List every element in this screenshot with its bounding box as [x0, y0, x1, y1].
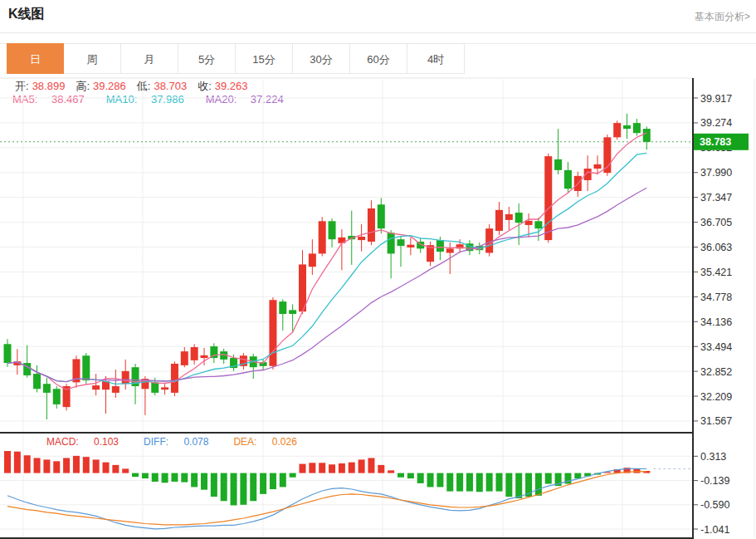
candle-body	[534, 221, 542, 228]
candle-body	[329, 221, 336, 239]
period-tabbar: 日周月5分15分30分60分4时	[7, 43, 465, 74]
candle-body	[378, 204, 385, 228]
macd-bar	[112, 465, 119, 473]
tab-period-5[interactable]: 15分	[236, 43, 293, 74]
macd-axis-label: -0.590	[700, 499, 729, 511]
kline-page: K线图 基本面分析> 日周月5分15分30分60分4时 开:38.899高:39…	[0, 0, 756, 539]
candle-body	[151, 382, 159, 393]
candle-body	[613, 123, 621, 137]
macd-bar	[201, 473, 207, 490]
candle-body	[161, 387, 168, 390]
candle-body	[191, 347, 198, 360]
macd-bar	[329, 464, 335, 473]
macd-bar	[152, 473, 159, 482]
price-axis-label: 33.494	[700, 341, 732, 353]
header-divider	[0, 32, 756, 33]
tab-period-4[interactable]: 5分	[178, 43, 236, 74]
price-axis-label: 32.852	[700, 366, 732, 378]
macd-bar	[417, 473, 424, 483]
tab-period-1[interactable]: 日	[7, 43, 64, 74]
macd-bar	[103, 463, 110, 473]
macd-bar	[73, 456, 80, 473]
candle-body	[564, 170, 572, 189]
macd-bar	[309, 463, 315, 473]
price-axis-label: 36.705	[700, 217, 732, 228]
macd-bar	[456, 473, 463, 492]
tab-period-3[interactable]: 月	[121, 43, 178, 74]
candle-body	[515, 213, 523, 223]
candle-body	[53, 389, 61, 404]
macd-bar	[398, 473, 404, 478]
price-axis-label: 34.778	[700, 292, 732, 303]
macd-bar	[93, 459, 100, 473]
candle-body	[407, 245, 414, 247]
price-axis-label: 32.209	[700, 391, 732, 403]
candle-body	[485, 228, 493, 252]
price-axis-label: 31.567	[700, 415, 732, 427]
tab-period-2[interactable]: 周	[64, 43, 121, 74]
macd-bar	[349, 463, 355, 473]
candle-body	[495, 210, 503, 231]
macd-bar	[181, 473, 188, 483]
macd-bar	[53, 461, 60, 473]
candle-body	[319, 221, 326, 253]
price-axis-label: 37.990	[700, 167, 732, 179]
candle-body	[446, 248, 454, 252]
candle-body	[398, 239, 405, 246]
macd-bar	[260, 473, 266, 494]
candle-body	[269, 300, 276, 366]
candle-body	[4, 344, 12, 363]
candle-body	[594, 164, 602, 169]
macd-bar	[407, 473, 414, 478]
candle-body	[643, 129, 651, 142]
macd-bar	[221, 473, 227, 502]
tab-period-7[interactable]: 60分	[350, 43, 407, 74]
macd-bar	[142, 473, 149, 478]
macd-bar	[515, 473, 522, 498]
macd-bar	[63, 458, 70, 473]
macd-bar	[122, 468, 129, 473]
candle-body	[82, 355, 90, 380]
macd-bar	[476, 473, 483, 492]
macd-bar	[171, 473, 178, 482]
candle-body	[633, 123, 641, 133]
macd-bar	[300, 464, 306, 473]
macd-bar	[43, 459, 50, 473]
price-axis-label: 34.136	[700, 316, 732, 328]
macd-bar	[280, 473, 286, 488]
macd-bar	[466, 473, 473, 492]
candle-body	[358, 237, 365, 240]
macd-bar	[319, 463, 325, 473]
candle-body	[368, 208, 375, 242]
candle-body	[201, 355, 208, 358]
macd-bar	[486, 473, 493, 492]
macd-bar	[388, 470, 394, 473]
fundamental-analysis-link[interactable]: 基本面分析>	[695, 10, 750, 24]
macd-bar	[535, 473, 542, 496]
macd-bar	[14, 452, 21, 473]
macd-bar	[4, 451, 11, 473]
macd-bar	[446, 473, 453, 492]
tab-period-8[interactable]: 4时	[407, 43, 465, 74]
kline-chart-canvas[interactable]: 39.91739.27438.63237.99037.34736.70536.0…	[0, 76, 756, 539]
macd-bar	[162, 473, 168, 483]
price-axis-label: 37.347	[700, 192, 732, 203]
macd-bar	[545, 473, 552, 484]
macd-bar	[231, 473, 237, 506]
candle-body	[388, 233, 395, 253]
macd-bar	[505, 473, 512, 497]
macd-bar	[368, 458, 374, 473]
macd-bar	[290, 473, 296, 478]
candle-body	[623, 125, 631, 129]
candle-body	[544, 156, 552, 240]
price-axis-label: 39.274	[700, 117, 732, 129]
candle-body	[525, 221, 533, 225]
price-axis-label: 36.063	[700, 242, 732, 253]
tab-period-6[interactable]: 30分	[293, 43, 350, 74]
macd-bar	[250, 473, 256, 502]
macd-bar	[24, 455, 31, 473]
macd-bar	[339, 463, 345, 473]
candle-body	[122, 371, 129, 384]
macd-bar	[240, 473, 246, 505]
macd-axis-label: -0.139	[700, 475, 729, 487]
